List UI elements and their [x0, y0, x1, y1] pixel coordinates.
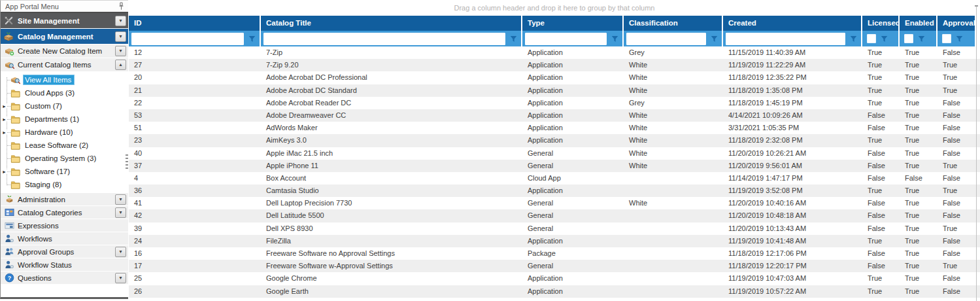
- filter-funnel-icon[interactable]: [507, 35, 519, 43]
- filter-funnel-icon[interactable]: [609, 35, 620, 43]
- table-row[interactable]: 20Adobe Acrobat DC ProfessionalApplicati…: [129, 71, 980, 84]
- table-row[interactable]: 277-Zip 9.20ApplicationWhite11/19/2019 1…: [129, 59, 980, 71]
- table-row[interactable]: 37Apple iPhone 11GeneralWhite11/20/2019 …: [129, 160, 980, 172]
- folder-icon: [10, 167, 20, 177]
- dropdown-button[interactable]: ▾: [115, 194, 126, 205]
- column-header-classification[interactable]: Classification: [624, 16, 723, 31]
- expander-icon[interactable]: ►: [1, 130, 7, 135]
- column-header-type[interactable]: Type: [522, 16, 624, 31]
- table-row[interactable]: 42Dell Latitude 5500General11/20/2019 10…: [129, 209, 980, 222]
- sidebar-item-create-new-catalog-item[interactable]: Create New Catalog Item▾: [1, 44, 128, 58]
- filter-cell-type: [522, 31, 624, 46]
- cell-catalog-title: Dell Latitude 5500: [261, 209, 522, 222]
- column-header-licensed[interactable]: Licensed: [862, 16, 900, 31]
- table-row[interactable]: 24FileZillaApplication11/19/2019 10:41:4…: [129, 235, 980, 247]
- dropdown-button[interactable]: ▴: [115, 60, 126, 70]
- expander-icon[interactable]: ►: [1, 117, 7, 122]
- filter-checkbox-enabled[interactable]: [904, 34, 913, 43]
- dropdown-button[interactable]: ▾: [115, 46, 126, 56]
- filter-input-type[interactable]: [525, 33, 607, 45]
- dropdown-button[interactable]: ▾: [115, 273, 126, 283]
- tree-item-custom-7[interactable]: ►Custom (7): [1, 99, 128, 113]
- tree-item-staging-8[interactable]: Staging (8): [1, 178, 128, 191]
- svg-text:?: ?: [7, 275, 10, 281]
- tree-item-cloud-apps-3[interactable]: Cloud Apps (3): [1, 86, 128, 99]
- sidebar-item-questions[interactable]: ?Questions▾: [1, 272, 128, 284]
- filter-funnel-icon[interactable]: [708, 35, 720, 43]
- tree-item-label: Hardware (10): [23, 127, 76, 137]
- filter-checkbox-approval[interactable]: [942, 34, 951, 43]
- sidebar-item-workflow-status[interactable]: Workflow Status: [1, 258, 128, 271]
- filter-input-classification[interactable]: [626, 33, 706, 45]
- expander-icon[interactable]: ►: [1, 169, 7, 174]
- filter-input-catalog-title[interactable]: [263, 33, 505, 45]
- filter-funnel-icon[interactable]: [246, 35, 258, 43]
- table-row[interactable]: 16Freeware Software no Approval Settings…: [129, 247, 980, 260]
- sidebar-section-site-management[interactable]: Site Management▾: [1, 13, 128, 28]
- table-row[interactable]: 127-ZipApplicationGrey11/15/2019 11:40:3…: [129, 46, 980, 59]
- cell-catalog-title: FileZilla: [261, 235, 522, 247]
- column-header-created[interactable]: Created: [723, 16, 862, 31]
- sidebar-item-expressions[interactable]: Expressions: [1, 219, 128, 232]
- tree-item-view-all-items[interactable]: View All Items: [1, 73, 128, 86]
- filter-funnel-icon[interactable]: [878, 35, 890, 43]
- sidebar-item-administration[interactable]: Administration▾: [1, 193, 128, 205]
- table-row[interactable]: 21Adobe Acrobat DC StandardApplicationWh…: [129, 84, 980, 97]
- sidebar-item-current-catalog-items[interactable]: Current Catalog Items▴: [1, 58, 128, 71]
- cell-type: Package: [522, 247, 624, 260]
- dropdown-button[interactable]: ▾: [115, 207, 126, 218]
- table-row[interactable]: 4Box AccountCloud App11/14/2019 1:47:17 …: [129, 172, 980, 185]
- tree-item-lease-software-2[interactable]: Lease Software (2): [1, 139, 128, 152]
- cell-id: 4: [129, 172, 261, 185]
- cell-licensed: False: [862, 109, 900, 122]
- splitter-grip[interactable]: [126, 154, 128, 170]
- filter-checkbox-licensed[interactable]: [867, 34, 876, 43]
- sidebar-section-catalog-management[interactable]: Catalog Management▾: [1, 29, 128, 44]
- tree-item-label: Departments (1): [23, 114, 82, 124]
- cell-approval: False: [938, 235, 976, 247]
- table-row[interactable]: 40Apple iMac 21.5 inchGeneralWhite11/20/…: [129, 147, 980, 160]
- sidebar-item-catalog-categories[interactable]: Catalog Categories▾: [1, 206, 128, 219]
- item-label: Approval Groups: [18, 248, 74, 256]
- dropdown-button[interactable]: ▾: [115, 16, 126, 26]
- sidebar-item-workflows[interactable]: Workflows: [1, 232, 128, 245]
- expander-icon[interactable]: ►: [1, 104, 7, 109]
- table-row[interactable]: 25Google ChromeApplication11/19/2019 10:…: [129, 272, 980, 285]
- group-by-drop-zone[interactable]: Drag a column header and drop it here to…: [129, 0, 980, 16]
- filter-input-created[interactable]: [726, 33, 845, 45]
- tree-item-departments-1[interactable]: ►Departments (1): [1, 113, 128, 126]
- pin-icon[interactable]: [118, 2, 124, 10]
- table-row[interactable]: 36Camtasia StudioApplication11/19/2019 3…: [129, 185, 980, 197]
- column-header-catalog-title[interactable]: Catalog Title: [261, 16, 522, 31]
- table-row[interactable]: 53Adobe Dreamweaver CCApplicationWhite4/…: [129, 109, 980, 122]
- cell-classification: [624, 235, 723, 247]
- tree-item-operating-system-3[interactable]: Operating System (3): [1, 152, 128, 165]
- cell-id: 21: [129, 84, 261, 97]
- table-row[interactable]: 23AimKeys 3.0ApplicationWhite11/18/2019 …: [129, 134, 980, 147]
- tree-item-software-17[interactable]: ►Software (17): [1, 165, 128, 178]
- filter-funnel-icon[interactable]: [953, 35, 965, 43]
- sidebar-item-approval-groups[interactable]: Approval Groups▾: [1, 245, 128, 258]
- cell-licensed: False: [862, 147, 900, 160]
- right-splitter[interactable]: [976, 5, 977, 301]
- dropdown-button[interactable]: ▾: [115, 31, 126, 42]
- cell-licensed: False: [862, 197, 900, 209]
- tree-item-hardware-10[interactable]: ►Hardware (10): [1, 126, 128, 139]
- cell-licensed: True: [862, 272, 900, 285]
- dropdown-button[interactable]: ▾: [115, 247, 126, 257]
- filter-funnel-icon[interactable]: [847, 35, 859, 43]
- column-header-enabled[interactable]: Enabled: [900, 16, 938, 31]
- table-row[interactable]: 26Google EarthApplication11/19/2019 10:5…: [129, 285, 980, 298]
- filter-funnel-icon[interactable]: [915, 35, 927, 43]
- people-group-icon: [4, 247, 14, 257]
- column-header-approval[interactable]: Approval: [938, 16, 976, 31]
- cell-approval: False: [938, 97, 976, 109]
- cell-id: 37: [129, 160, 261, 172]
- column-header-id[interactable]: ID: [129, 16, 261, 31]
- table-row[interactable]: 22Adobe Acrobat Reader DCApplicationGrey…: [129, 97, 980, 109]
- table-row[interactable]: 41Dell Laptop Precision 7730GeneralWhite…: [129, 197, 980, 209]
- table-row[interactable]: 39Dell XPS 8930General11/20/2019 10:13:4…: [129, 222, 980, 235]
- table-row[interactable]: 17Freeware Software w-Approval SettingsG…: [129, 260, 980, 272]
- filter-input-id[interactable]: [131, 33, 244, 45]
- table-row[interactable]: 51AdWords MakerApplicationWhite3/31/2021…: [129, 122, 980, 134]
